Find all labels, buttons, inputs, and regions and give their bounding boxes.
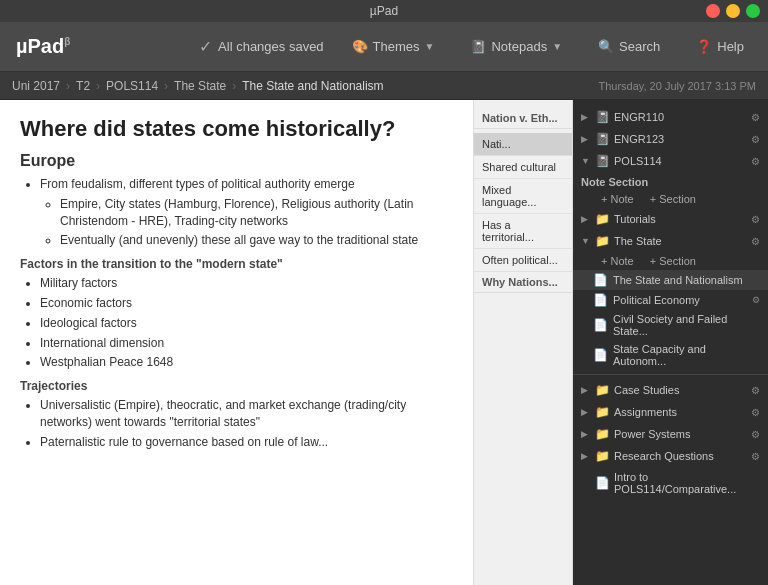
middle-item-2[interactable]: Mixed language... <box>474 179 572 214</box>
westphalian-factor: Westphalian Peace 1648 <box>40 354 453 371</box>
arrow-icon-9: ▶ <box>581 451 591 461</box>
add-note-section-row: + Note + Section <box>573 190 768 208</box>
arrow-icon-7: ▶ <box>581 407 591 417</box>
international-factor: International dimension <box>40 335 453 352</box>
research-questions-label: Research Questions <box>614 450 747 462</box>
breadcrumb-t2[interactable]: T2 <box>76 79 90 93</box>
gear-icon-5[interactable]: ⚙ <box>751 236 760 247</box>
themes-icon: 🎨 <box>352 39 368 54</box>
themes-label: Themes <box>373 39 420 54</box>
folder-icon-4: 📁 <box>595 405 610 419</box>
gear-icon-6[interactable]: ⚙ <box>752 295 760 305</box>
sidebar-item-pols114[interactable]: ▼ 📓 POLS114 ⚙ <box>573 150 768 172</box>
gear-icon-10[interactable]: ⚙ <box>751 451 760 462</box>
notepads-icon: 📓 <box>470 39 486 54</box>
window-controls <box>706 4 760 18</box>
sidebar-item-assignments[interactable]: ▶ 📁 Assignments ⚙ <box>573 401 768 423</box>
notebook-icon: 📓 <box>595 110 610 124</box>
sidebar-item-power-systems[interactable]: ▶ 📁 Power Systems ⚙ <box>573 423 768 445</box>
list-item: Empire, City states (Hamburg, Florence),… <box>60 196 453 230</box>
trajectories-list: Universalistic (Empire), theocratic, and… <box>20 397 453 450</box>
document-icon-4: 📄 <box>593 348 608 362</box>
right-sidebar: ▶ 📓 ENGR110 ⚙ ▶ 📓 ENGR123 ⚙ ▼ 📓 POLS114 … <box>573 100 768 585</box>
folder-icon-3: 📁 <box>595 383 610 397</box>
save-icon: ✓ <box>199 37 212 56</box>
political-economy-label: Political Economy <box>613 294 700 306</box>
maximize-button[interactable] <box>746 4 760 18</box>
folder-icon: 📁 <box>595 212 610 226</box>
app-logo: µPadβ <box>16 35 70 58</box>
middle-header: Nation v. Eth... <box>474 108 572 129</box>
content-area[interactable]: Where did states come historically? Euro… <box>0 100 473 585</box>
notepads-label: Notepads <box>491 39 547 54</box>
add-section-button[interactable]: + Section <box>646 192 700 206</box>
breadcrumb-the-state[interactable]: The State <box>174 79 226 93</box>
notebook-icon-3: 📓 <box>595 154 610 168</box>
sidebar-doc-state-capacity[interactable]: 📄 State Capacity and Autonom... <box>573 340 768 370</box>
gear-icon-7[interactable]: ⚙ <box>751 385 760 396</box>
gear-icon-2[interactable]: ⚙ <box>751 134 760 145</box>
arrow-icon-4: ▶ <box>581 214 591 224</box>
assignments-label: Assignments <box>614 406 747 418</box>
sidebar-item-case-studies[interactable]: ▶ 📁 Case Studies ⚙ <box>573 379 768 401</box>
middle-item-3[interactable]: Has a territorial... <box>474 214 572 249</box>
breadcrumb-pols114[interactable]: POLS114 <box>106 79 158 93</box>
sidebar-item-tutorials[interactable]: ▶ 📁 Tutorials ⚙ <box>573 208 768 230</box>
gear-icon-4[interactable]: ⚙ <box>751 214 760 225</box>
gear-icon[interactable]: ⚙ <box>751 112 760 123</box>
save-status: ✓ All changes saved <box>199 37 324 56</box>
add-section-button-2[interactable]: + Section <box>646 254 700 268</box>
add-note-button-2[interactable]: + Note <box>597 254 638 268</box>
folder-icon-2: 📁 <box>595 234 610 248</box>
gear-icon-8[interactable]: ⚙ <box>751 407 760 418</box>
sidebar-item-research-questions[interactable]: ▶ 📁 Research Questions ⚙ <box>573 445 768 467</box>
close-button[interactable] <box>706 4 720 18</box>
sidebar-item-engr110[interactable]: ▶ 📓 ENGR110 ⚙ <box>573 106 768 128</box>
sidebar-item-intro-pols114[interactable]: 📄 Intro to POLS114/Comparative... <box>573 467 768 499</box>
sidebar-doc-civil-society[interactable]: 📄 Civil Society and Failed State... <box>573 310 768 340</box>
toolbar: µPadβ ✓ All changes saved 🎨 Themes ▼ 📓 N… <box>0 22 768 72</box>
sidebar-item-the-state[interactable]: ▼ 📁 The State ⚙ <box>573 230 768 252</box>
document-icon: 📄 <box>593 273 608 287</box>
factors-list: Military factors Economic factors Ideolo… <box>20 275 453 371</box>
factors-label: Factors in the transition to the "modern… <box>20 257 453 271</box>
section-europe: Europe <box>20 152 453 170</box>
middle-item-4[interactable]: Often political... <box>474 249 572 272</box>
middle-item-1[interactable]: Shared cultural <box>474 156 572 179</box>
list-item: Eventually (and unevenly) these all gave… <box>60 232 453 249</box>
themes-button[interactable]: 🎨 Themes ▼ <box>344 35 443 58</box>
breadcrumb-sep-1: › <box>66 79 70 93</box>
note-section-header: Note Section <box>573 172 768 190</box>
titlebar: µPad <box>0 0 768 22</box>
search-button[interactable]: 🔍 Search <box>590 35 668 58</box>
minimize-button[interactable] <box>726 4 740 18</box>
breadcrumb-sep-3: › <box>164 79 168 93</box>
arrow-icon-2: ▶ <box>581 134 591 144</box>
power-systems-label: Power Systems <box>614 428 747 440</box>
middle-panel: Nation v. Eth... Nati... Shared cultural… <box>473 100 573 585</box>
engr110-label: ENGR110 <box>614 111 747 123</box>
military-factor: Military factors <box>40 275 453 292</box>
add-note-button[interactable]: + Note <box>597 192 638 206</box>
help-button[interactable]: ❓ Help <box>688 35 752 58</box>
document-icon-5: 📄 <box>595 476 610 490</box>
breadcrumb-uni2017[interactable]: Uni 2017 <box>12 79 60 93</box>
arrow-icon: ▶ <box>581 112 591 122</box>
breadcrumb-date: Thursday, 20 July 2017 3:13 PM <box>598 80 756 92</box>
gear-icon-9[interactable]: ⚙ <box>751 429 760 440</box>
economic-factor: Economic factors <box>40 295 453 312</box>
breadcrumb: Uni 2017 › T2 › POLS114 › The State › Th… <box>0 72 768 100</box>
list-item: From feudalism, different types of polit… <box>40 176 453 193</box>
sidebar-doc-political-economy[interactable]: 📄 Political Economy ⚙ <box>573 290 768 310</box>
notepads-button[interactable]: 📓 Notepads ▼ <box>462 35 570 58</box>
arrow-icon-5: ▼ <box>581 236 591 246</box>
gear-icon-3[interactable]: ⚙ <box>751 156 760 167</box>
sidebar-doc-state-nationalism[interactable]: 📄 The State and Nationalism <box>573 270 768 290</box>
sidebar-item-engr123[interactable]: ▶ 📓 ENGR123 ⚙ <box>573 128 768 150</box>
middle-item-0[interactable]: Nati... <box>474 133 572 156</box>
arrow-icon-8: ▶ <box>581 429 591 439</box>
breadcrumb-sep-2: › <box>96 79 100 93</box>
search-icon: 🔍 <box>598 39 614 54</box>
main-layout: Where did states come historically? Euro… <box>0 100 768 585</box>
save-label: All changes saved <box>218 39 324 54</box>
